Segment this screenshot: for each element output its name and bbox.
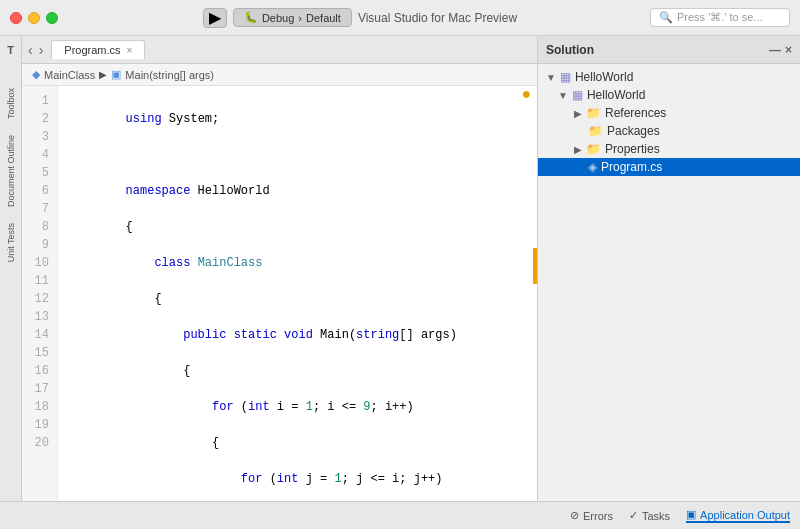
titlebar-center: ▶ 🐛 Debug › Default Visual Studio for Ma…	[70, 8, 650, 28]
solution-panel-title: Solution	[546, 43, 594, 57]
method-name: Main(string[] args)	[125, 69, 214, 81]
tab-bar: ‹ › Program.cs ×	[22, 36, 537, 64]
breadcrumb-bar: ◆ MainClass ▶ ▣ Main(string[] args)	[22, 64, 537, 86]
breadcrumb-icon: ◆	[32, 68, 40, 81]
references-label: References	[605, 106, 666, 120]
tab-close-button[interactable]: ×	[127, 45, 133, 56]
project-arrow: ▼	[558, 90, 568, 101]
traffic-lights	[10, 12, 58, 24]
panel-controls: — ×	[769, 43, 792, 57]
project-label: HelloWorld	[587, 88, 645, 102]
debug-label: Debug	[262, 12, 294, 24]
solution-tree: ▼ ▦ HelloWorld ▼ ▦ HelloWorld ▶ 📁 Refere…	[538, 64, 800, 501]
main-area: T Toolbox Document Outline Unit Tests ‹ …	[0, 36, 800, 501]
search-bar[interactable]: 🔍 Press '⌘.' to se...	[650, 8, 790, 27]
toolbox-icon: T	[5, 40, 16, 60]
solution-panel-header: Solution — ×	[538, 36, 800, 64]
code-line-2	[126, 148, 133, 162]
application-output-button[interactable]: ▣ Application Output	[686, 508, 790, 523]
errors-button[interactable]: ⊘ Errors	[570, 509, 613, 522]
app-title: Visual Studio for Mac Preview	[358, 11, 517, 25]
solution-arrow: ▼	[546, 72, 556, 83]
code-line-1: using System;	[126, 112, 220, 126]
titlebar: ▶ 🐛 Debug › Default Visual Studio for Ma…	[0, 0, 800, 36]
application-output-icon: ▣	[686, 508, 696, 521]
breadcrumb-class[interactable]: MainClass	[44, 69, 95, 81]
solution-panel: Solution — × ▼ ▦ HelloWorld ▼ ▦ HelloWor…	[537, 36, 800, 501]
tree-item-packages[interactable]: 📁 Packages	[538, 122, 800, 140]
code-line-6: {	[126, 292, 162, 306]
tasks-button[interactable]: ✓ Tasks	[629, 509, 670, 522]
breadcrumb-separator: ▶	[99, 69, 107, 80]
tree-item-properties[interactable]: ▶ 📁 Properties	[538, 140, 800, 158]
config-label: Default	[306, 12, 341, 24]
code-content[interactable]: using System; namespace HelloWorld { cla…	[58, 86, 537, 501]
code-line-8: {	[126, 364, 191, 378]
document-outline-label[interactable]: Document Outline	[4, 127, 18, 215]
program-cs-tab[interactable]: Program.cs ×	[51, 40, 145, 59]
references-arrow: ▶	[574, 108, 582, 119]
search-icon: 🔍	[659, 11, 673, 24]
code-line-3: namespace HelloWorld	[126, 184, 270, 198]
code-line-7: public static void Main(string[] args)	[126, 328, 457, 342]
code-line-4: {	[126, 220, 133, 234]
unit-tests-label[interactable]: Unit Tests	[4, 215, 18, 270]
editor-container: ‹ › Program.cs × ◆ MainClass ▶ ▣ Main(st…	[22, 36, 537, 501]
program-cs-label: Program.cs	[601, 160, 662, 174]
bookmark-dot: ●	[521, 86, 531, 104]
properties-label: Properties	[605, 142, 660, 156]
solution-icon: ▦	[560, 70, 571, 84]
tab-filename: Program.cs	[64, 44, 120, 56]
toolbox-label[interactable]: Toolbox	[4, 80, 18, 127]
errors-icon: ⊘	[570, 509, 579, 522]
breadcrumb-icon2: ▣	[111, 68, 121, 81]
run-button[interactable]: ▶	[203, 8, 227, 28]
debug-config-button[interactable]: 🐛 Debug › Default	[233, 8, 352, 27]
maximize-button[interactable]	[46, 12, 58, 24]
code-line-10: {	[126, 436, 220, 450]
nav-arrows: ‹ ›	[26, 42, 45, 58]
close-button[interactable]	[10, 12, 22, 24]
program-file-icon: ◈	[588, 160, 597, 174]
properties-arrow: ▶	[574, 144, 582, 155]
forward-arrow[interactable]: ›	[37, 42, 46, 58]
code-line-11: for (int j = 1; j <= i; j++)	[126, 472, 443, 486]
tree-item-references[interactable]: ▶ 📁 References	[538, 104, 800, 122]
scroll-indicator	[533, 248, 537, 284]
panel-minimize-button[interactable]: —	[769, 43, 781, 57]
separator: ›	[298, 12, 302, 24]
left-sidebar: T Toolbox Document Outline Unit Tests	[0, 36, 22, 501]
class-name: MainClass	[44, 69, 95, 81]
minimize-button[interactable]	[28, 12, 40, 24]
tree-item-project[interactable]: ▼ ▦ HelloWorld	[538, 86, 800, 104]
packages-label: Packages	[607, 124, 660, 138]
bottom-bar: ⊘ Errors ✓ Tasks ▣ Application Output	[0, 501, 800, 529]
debug-icon: 🐛	[244, 11, 258, 24]
project-icon: ▦	[572, 88, 583, 102]
back-arrow[interactable]: ‹	[26, 42, 35, 58]
tasks-label: Tasks	[642, 510, 670, 522]
breadcrumb-method[interactable]: Main(string[] args)	[125, 69, 214, 81]
code-line-5: class MainClass	[126, 256, 263, 270]
code-line-9: for (int i = 1; i <= 9; i++)	[126, 400, 414, 414]
tree-item-solution[interactable]: ▼ ▦ HelloWorld	[538, 68, 800, 86]
panel-close-button[interactable]: ×	[785, 43, 792, 57]
search-placeholder: Press '⌘.' to se...	[677, 11, 763, 24]
run-icon: ▶	[209, 8, 221, 27]
packages-folder-icon: 📁	[588, 124, 603, 138]
tasks-icon: ✓	[629, 509, 638, 522]
errors-label: Errors	[583, 510, 613, 522]
line-numbers: 12345 678910 1112131415 1617181920	[22, 86, 58, 501]
code-area[interactable]: 12345 678910 1112131415 1617181920 using…	[22, 86, 537, 501]
references-folder-icon: 📁	[586, 106, 601, 120]
application-output-label: Application Output	[700, 509, 790, 521]
solution-label: HelloWorld	[575, 70, 633, 84]
tree-item-program-cs[interactable]: ◈ Program.cs	[538, 158, 800, 176]
properties-folder-icon: 📁	[586, 142, 601, 156]
